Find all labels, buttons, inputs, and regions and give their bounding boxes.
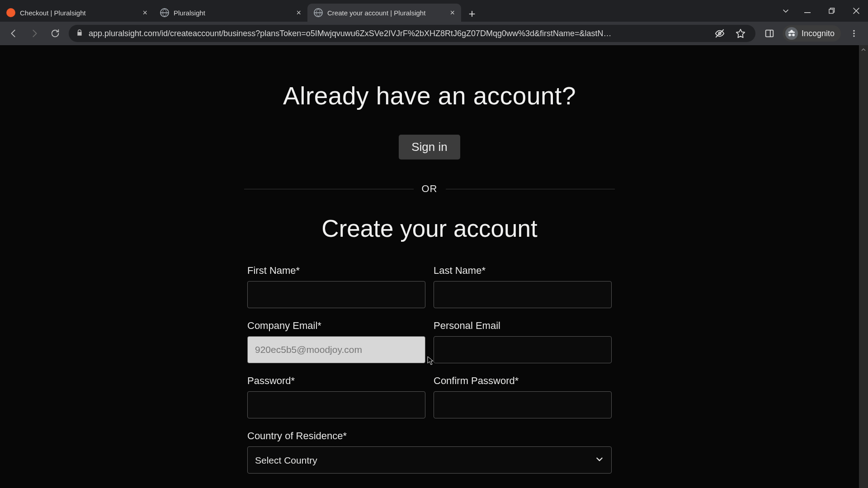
close-icon[interactable]: × [296, 9, 301, 17]
incognito-icon [785, 27, 798, 40]
password-field: Password* [247, 375, 425, 418]
last-name-field: Last Name* [434, 265, 612, 308]
tracking-blocked-icon[interactable] [712, 26, 727, 41]
create-account-form: First Name* Last Name* Company Email* Pe… [247, 265, 612, 474]
first-name-field: First Name* [247, 265, 425, 308]
confirm-password-input[interactable] [434, 391, 612, 418]
heading-create-account: Create your account [235, 215, 624, 242]
viewport: Already have an account? Sign in OR Crea… [0, 45, 868, 488]
back-button[interactable] [6, 26, 21, 41]
toolbar-right: Incognito [762, 25, 862, 42]
new-tab-button[interactable]: + [464, 5, 480, 22]
bookmark-icon[interactable] [733, 26, 748, 41]
globe-icon [314, 8, 323, 17]
tab-strip: Checkout | Pluralsight × Pluralsight × C… [0, 0, 868, 22]
svg-point-8 [853, 35, 854, 37]
close-icon[interactable]: × [142, 9, 147, 17]
first-name-input[interactable] [247, 281, 425, 308]
svg-rect-0 [804, 12, 811, 13]
svg-rect-4 [766, 30, 774, 37]
company-email-field: Company Email* [247, 320, 425, 363]
company-email-label: Company Email* [247, 320, 425, 332]
svg-point-7 [853, 33, 854, 34]
tab-title: Create your account | Pluralsight [327, 9, 445, 17]
svg-point-6 [853, 30, 854, 32]
sign-in-button[interactable]: Sign in [399, 135, 460, 160]
tab-create-account[interactable]: Create your account | Pluralsight × [307, 4, 461, 22]
tab-checkout[interactable]: Checkout | Pluralsight × [0, 4, 154, 22]
country-select[interactable]: Select Country [247, 446, 612, 474]
country-label: Country of Residence* [247, 430, 612, 442]
tab-pluralsight[interactable]: Pluralsight × [154, 4, 307, 22]
tab-search-button[interactable] [777, 7, 795, 14]
maximize-button[interactable] [820, 2, 844, 20]
company-email-input[interactable] [247, 336, 425, 363]
last-name-label: Last Name* [434, 265, 612, 277]
svg-rect-1 [830, 8, 835, 12]
country-field: Country of Residence* Select Country [247, 430, 612, 474]
window-close-button[interactable] [844, 2, 868, 20]
side-panel-button[interactable] [762, 26, 777, 41]
scrollbar[interactable] [859, 45, 868, 488]
first-name-label: First Name* [247, 265, 425, 277]
confirm-password-label: Confirm Password* [434, 375, 612, 387]
tab-title: Pluralsight [174, 9, 292, 17]
last-name-input[interactable] [434, 281, 612, 308]
omnibox[interactable]: app.pluralsight.com/id/createaccount/bus… [69, 25, 755, 42]
lock-icon [76, 29, 83, 38]
personal-email-input[interactable] [434, 336, 612, 363]
page-body: Already have an account? Sign in OR Crea… [0, 45, 859, 488]
globe-icon [160, 8, 169, 17]
close-icon[interactable]: × [450, 9, 455, 17]
address-bar: app.pluralsight.com/id/createaccount/bus… [0, 22, 868, 45]
kebab-menu-button[interactable] [846, 26, 862, 41]
incognito-label: Incognito [802, 29, 835, 38]
minimize-button[interactable] [796, 2, 819, 20]
divider-line [446, 189, 615, 189]
confirm-password-field: Confirm Password* [434, 375, 612, 418]
divider-line [244, 189, 414, 189]
svg-rect-2 [829, 9, 833, 14]
forward-button[interactable] [27, 26, 42, 41]
password-input[interactable] [247, 391, 425, 418]
password-label: Password* [247, 375, 425, 387]
scrollbar-up-icon[interactable] [859, 45, 868, 54]
window-controls [777, 0, 868, 22]
incognito-indicator[interactable]: Incognito [783, 25, 841, 42]
divider: OR [244, 183, 615, 195]
divider-label: OR [422, 183, 438, 195]
url-text: app.pluralsight.com/id/createaccount/bus… [89, 29, 707, 38]
personal-email-field: Personal Email [434, 320, 612, 363]
personal-email-label: Personal Email [434, 320, 612, 332]
reload-button[interactable] [48, 26, 62, 41]
heading-existing-account: Already have an account? [235, 81, 624, 110]
tab-title: Checkout | Pluralsight [20, 9, 138, 17]
pluralsight-icon [6, 8, 15, 17]
